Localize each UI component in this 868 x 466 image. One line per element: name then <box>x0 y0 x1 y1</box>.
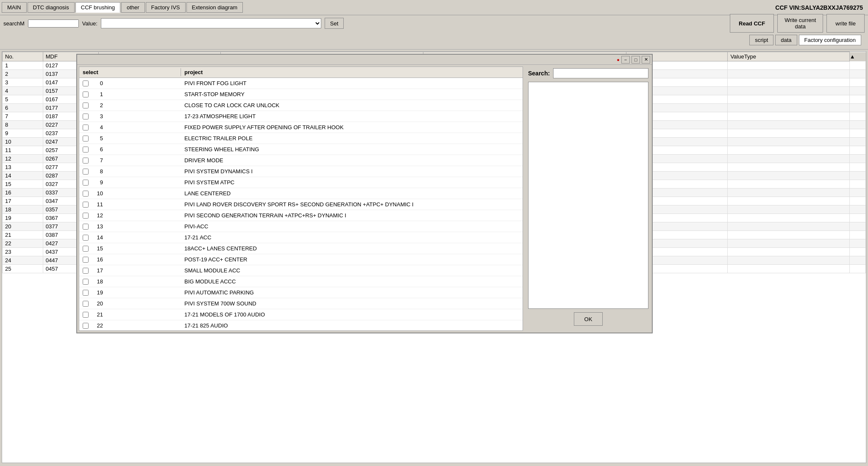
item-project-label: PIVI SYSTEM DYNAMICS I <box>181 168 523 175</box>
write-current-button[interactable]: Write current data <box>777 14 823 33</box>
item-checkbox[interactable] <box>83 246 89 252</box>
dialog-list-item[interactable]: 0PIVI FRONT FOG LIGHT <box>79 78 523 89</box>
dialog-list-item[interactable]: 20PIVI SYSTEM 700W SOUND <box>79 298 523 309</box>
dialog-list-item[interactable]: 7DRIVER MODE <box>79 155 523 166</box>
item-number: 0 <box>91 80 103 86</box>
search-input[interactable] <box>28 19 79 28</box>
dialog-list-header: select project <box>79 67 523 78</box>
item-number: 8 <box>91 168 103 175</box>
col-valuetype: ValueType <box>728 52 849 61</box>
dialog-list-item[interactable]: 10LANE CENTERED <box>79 188 523 199</box>
dialog-list-item[interactable]: 8PIVI SYSTEM DYNAMICS I <box>79 166 523 177</box>
item-checkbox[interactable] <box>83 235 89 241</box>
value-select[interactable] <box>101 18 321 28</box>
dialog-list-item[interactable]: 2117-21 MODELS OF 1700 AUDIO <box>79 309 523 320</box>
dialog-list-item[interactable]: 13PIVI-ACC <box>79 221 523 232</box>
dialog-ok-button[interactable]: OK <box>574 312 603 326</box>
dialog-list-item[interactable]: 1START-STOP MEMORY <box>79 89 523 100</box>
item-checkbox[interactable] <box>83 125 89 130</box>
item-checkbox[interactable] <box>83 279 89 285</box>
item-checkbox[interactable] <box>83 268 89 274</box>
dialog-search-input[interactable] <box>553 68 648 78</box>
item-project-label: LANE CENTERED <box>181 190 523 197</box>
item-project-label: SMALL MODULE ACC <box>181 267 523 274</box>
dialog-list-item[interactable]: 2217-21 825 AUDIO <box>79 320 523 330</box>
item-checkbox[interactable] <box>83 114 89 119</box>
dialog-list-item[interactable]: 5ELECTRIC TRAILER POLE <box>79 133 523 144</box>
item-checkbox[interactable] <box>83 169 89 175</box>
vin-label: CCF VIN:SALYA2BXXJA769275 <box>775 4 866 11</box>
dialog-list-item[interactable]: 6STEERING WHEEL HEATING <box>79 144 523 155</box>
item-number: 9 <box>91 179 103 186</box>
dialog-list-item[interactable]: 9PIVI SYSTEM ATPC <box>79 177 523 188</box>
search-label: searchM <box>3 20 25 27</box>
dialog-list-item[interactable]: 11PIVI LAND ROVER DISCOVERY SPORT RS+ SE… <box>79 199 523 210</box>
item-project-label: PIVI FRONT FOG LIGHT <box>181 80 523 86</box>
item-number: 14 <box>91 234 103 241</box>
dialog-list-item[interactable]: 4FIXED POWER SUPPLY AFTER OPENING OF TRA… <box>79 122 523 133</box>
item-number: 4 <box>91 124 103 130</box>
dialog-list-item[interactable]: 18BIG MODULE ACCC <box>79 276 523 287</box>
item-project-label: POST-19 ACC+ CENTER <box>181 256 523 263</box>
dialog-list-item[interactable]: 19PIVI AUTOMATIC PARKING <box>79 287 523 298</box>
item-checkbox[interactable] <box>83 136 89 141</box>
dialog-close-button[interactable]: ✕ <box>642 56 650 64</box>
dialog-list-item[interactable]: 317-23 ATMOSPHERE LIGHT <box>79 111 523 122</box>
item-checkbox[interactable] <box>83 257 89 263</box>
item-project-label: PIVI AUTOMATIC PARKING <box>181 289 523 296</box>
tab-main[interactable]: MAIN <box>2 2 27 13</box>
item-number: 19 <box>91 289 103 296</box>
item-checkbox[interactable] <box>83 224 89 230</box>
tab-other[interactable]: other <box>121 2 145 13</box>
tab-dtc[interactable]: DTC diagnosis <box>28 2 75 13</box>
dialog-list-item[interactable]: 2CLOSE TO CAR LOCK CAR UNLOCK <box>79 100 523 111</box>
item-project-label: FIXED POWER SUPPLY AFTER OPENING OF TRAI… <box>181 124 523 130</box>
item-project-label: 17-21 ACC <box>181 234 523 241</box>
item-checkbox[interactable] <box>83 202 89 208</box>
tab-ccf[interactable]: CCF brushing <box>75 2 120 13</box>
dialog-list-item[interactable]: 1518ACC+ LANES CENTERED <box>79 243 523 254</box>
tab-data[interactable]: data <box>775 35 797 45</box>
item-checkbox[interactable] <box>83 92 89 97</box>
item-project-label: 17-23 ATMOSPHERE LIGHT <box>181 113 523 119</box>
read-ccf-button[interactable]: Read CCF <box>730 14 774 33</box>
dialog-list-item[interactable]: 1417-21 ACC <box>79 232 523 243</box>
dialog-titlebar: ● − □ ✕ <box>77 55 652 65</box>
item-number: 16 <box>91 256 103 263</box>
tab-factory-config[interactable]: Factory configuration <box>799 35 861 45</box>
dialog-list-item[interactable]: 12PIVI SECOND GENERATION TERRAIN +ATPC+R… <box>79 210 523 221</box>
item-project-label: ELECTRIC TRAILER POLE <box>181 135 523 141</box>
dialog-minimize-button[interactable]: − <box>621 56 630 64</box>
item-project-label: PIVI SYSTEM ATPC <box>181 179 523 186</box>
dialog[interactable]: ● − □ ✕ select project 0PIVI FRONT FOG L… <box>76 54 653 333</box>
item-checkbox[interactable] <box>83 191 89 197</box>
item-number: 22 <box>91 322 103 329</box>
top-nav-bar: MAIN DTC diagnosis CCF brushing other Fa… <box>0 0 868 15</box>
tab-script[interactable]: script <box>749 35 773 45</box>
dialog-maximize-button[interactable]: □ <box>632 56 640 64</box>
dialog-list-item[interactable]: 17SMALL MODULE ACC <box>79 265 523 276</box>
item-checkbox[interactable] <box>83 301 89 307</box>
write-file-button[interactable]: write file <box>826 14 865 33</box>
item-checkbox[interactable] <box>83 290 89 296</box>
item-project-label: CLOSE TO CAR LOCK CAR UNLOCK <box>181 102 523 108</box>
item-checkbox[interactable] <box>83 323 89 329</box>
item-checkbox[interactable] <box>83 312 89 318</box>
item-checkbox[interactable] <box>83 180 89 186</box>
item-number: 10 <box>91 190 103 197</box>
item-project-label: DRIVER MODE <box>181 157 523 164</box>
dialog-right-panel: Search: OK <box>525 65 652 333</box>
dialog-list-body[interactable]: 0PIVI FRONT FOG LIGHT1START-STOP MEMORY2… <box>79 78 523 330</box>
item-checkbox[interactable] <box>83 147 89 153</box>
item-number: 12 <box>91 212 103 219</box>
item-project-label: PIVI-ACC <box>181 223 523 230</box>
tab-factory-ivs[interactable]: Factory IVS <box>146 2 186 13</box>
set-button[interactable]: Set <box>325 18 344 29</box>
item-checkbox[interactable] <box>83 103 89 108</box>
item-checkbox[interactable] <box>83 80 89 86</box>
tab-extension[interactable]: Extension diagram <box>186 2 243 13</box>
item-project-label: PIVI LAND ROVER DISCOVERY SPORT RS+ SECO… <box>181 201 523 208</box>
dialog-list-item[interactable]: 16POST-19 ACC+ CENTER <box>79 254 523 265</box>
item-checkbox[interactable] <box>83 158 89 164</box>
item-checkbox[interactable] <box>83 213 89 219</box>
